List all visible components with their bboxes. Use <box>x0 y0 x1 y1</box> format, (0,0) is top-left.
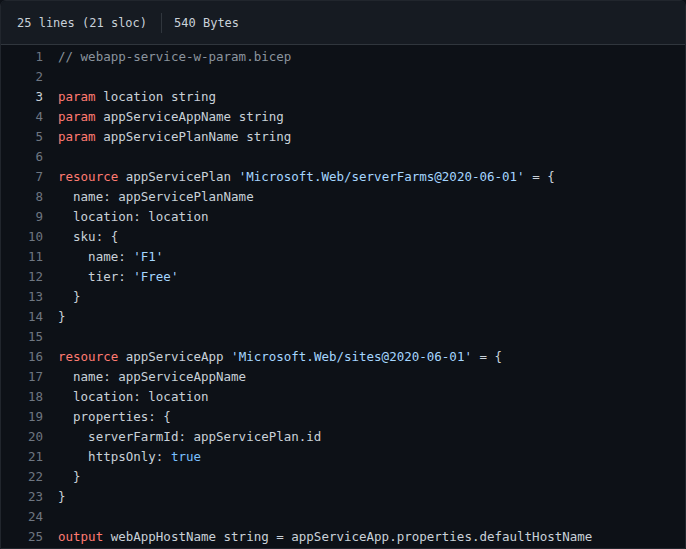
code-body: 1// webapp-service-w-param.bicep23param … <box>1 47 685 547</box>
code-line: 25output webAppHostName string = appServ… <box>1 527 685 547</box>
code-token-plain: appServiceApp <box>118 349 231 364</box>
line-number[interactable]: 13 <box>1 287 43 307</box>
line-number[interactable]: 20 <box>1 427 43 447</box>
code-viewer: 1// webapp-service-w-param.bicep23param … <box>1 45 685 548</box>
line-number[interactable]: 14 <box>1 307 43 327</box>
code-line: 10 sku: { <box>1 227 685 247</box>
code-token-plain: = { <box>525 169 555 184</box>
line-number[interactable]: 8 <box>1 187 43 207</box>
code-line-content: } <box>43 487 66 507</box>
code-line-content: output webAppHostName string = appServic… <box>43 527 592 547</box>
code-line: 13 } <box>1 287 685 307</box>
line-number[interactable]: 1 <box>1 47 43 67</box>
code-line-content: // webapp-service-w-param.bicep <box>43 47 291 67</box>
code-line-content: location: location <box>43 207 209 227</box>
code-token-plain: location: location <box>58 389 209 404</box>
file-blob-container: 25 lines (21 sloc) 540 Bytes 1// webapp-… <box>0 0 686 549</box>
code-token-string: 'F1' <box>133 249 163 264</box>
line-number[interactable]: 6 <box>1 147 43 167</box>
code-token-plain: properties: { <box>58 409 171 424</box>
code-token-keyword: resource <box>58 169 118 184</box>
line-number[interactable]: 25 <box>1 527 43 547</box>
code-token-plain: } <box>58 489 66 504</box>
code-line: 22 } <box>1 467 685 487</box>
code-line-content <box>43 147 58 167</box>
code-line-content: location: location <box>43 387 209 407</box>
code-line: 3param location string <box>1 87 685 107</box>
code-line-content: resource appServiceApp 'Microsoft.Web/si… <box>43 347 502 367</box>
code-line: 14} <box>1 307 685 327</box>
code-token-plain: sku: { <box>58 229 118 244</box>
line-number[interactable]: 9 <box>1 207 43 227</box>
code-token-string: 'Microsoft.Web/sites@2020-06-01' <box>231 349 472 364</box>
code-token-plain: serverFarmId: appServicePlan.id <box>58 429 321 444</box>
code-line-content: sku: { <box>43 227 118 247</box>
line-number[interactable]: 18 <box>1 387 43 407</box>
line-number[interactable]: 5 <box>1 127 43 147</box>
code-token-keyword: resource <box>58 349 118 364</box>
code-line: 17 name: appServiceAppName <box>1 367 685 387</box>
code-token-keyword: param <box>58 89 96 104</box>
code-line-content <box>43 67 58 87</box>
line-number[interactable]: 12 <box>1 267 43 287</box>
line-number[interactable]: 15 <box>1 327 43 347</box>
line-number[interactable]: 21 <box>1 447 43 467</box>
code-token-boolean: true <box>171 449 201 464</box>
code-token-plain: appServiceAppName string <box>96 109 284 124</box>
code-token-string: 'Microsoft.Web/serverFarms@2020-06-01' <box>239 169 525 184</box>
file-size: 540 Bytes <box>174 16 239 30</box>
code-line-content <box>43 327 58 347</box>
code-line-content: resource appServicePlan 'Microsoft.Web/s… <box>43 167 555 187</box>
line-number[interactable]: 11 <box>1 247 43 267</box>
header-divider <box>161 13 162 33</box>
code-token-plain: appServicePlan <box>118 169 238 184</box>
code-token-plain: appServicePlanName string <box>96 129 292 144</box>
code-line-content <box>43 507 58 527</box>
code-token-plain: } <box>58 309 66 324</box>
code-line: 7resource appServicePlan 'Microsoft.Web/… <box>1 167 685 187</box>
line-number[interactable]: 24 <box>1 507 43 527</box>
code-token-plain: tier: <box>58 269 133 284</box>
lines-sloc-info: 25 lines (21 sloc) <box>17 16 147 30</box>
code-line-content: name: appServicePlanName <box>43 187 254 207</box>
code-line-content: } <box>43 307 66 327</box>
line-number[interactable]: 10 <box>1 227 43 247</box>
code-line: 24 <box>1 507 685 527</box>
code-line: 12 tier: 'Free' <box>1 267 685 287</box>
code-line-content: serverFarmId: appServicePlan.id <box>43 427 321 447</box>
code-token-plain: webAppHostName string = appServiceApp.pr… <box>103 529 592 544</box>
line-number[interactable]: 7 <box>1 167 43 187</box>
code-token-keyword: output <box>58 529 103 544</box>
code-line: 11 name: 'F1' <box>1 247 685 267</box>
line-number[interactable]: 22 <box>1 467 43 487</box>
line-number[interactable]: 16 <box>1 347 43 367</box>
line-number[interactable]: 17 <box>1 367 43 387</box>
code-line-content: param location string <box>43 87 216 107</box>
code-token-keyword: param <box>58 129 96 144</box>
code-line-content: param appServicePlanName string <box>43 127 291 147</box>
code-line: 16resource appServiceApp 'Microsoft.Web/… <box>1 347 685 367</box>
code-line: 20 serverFarmId: appServicePlan.id <box>1 427 685 447</box>
code-line: 9 location: location <box>1 207 685 227</box>
code-token-plain: = { <box>472 349 502 364</box>
code-line: 2 <box>1 67 685 87</box>
code-token-plain: httpsOnly: <box>58 449 171 464</box>
code-line: 6 <box>1 147 685 167</box>
code-token-plain: } <box>58 469 81 484</box>
line-number[interactable]: 2 <box>1 67 43 87</box>
line-number[interactable]: 3 <box>1 87 43 107</box>
code-token-plain: location string <box>96 89 216 104</box>
code-line-content: } <box>43 287 81 307</box>
code-line: 8 name: appServicePlanName <box>1 187 685 207</box>
code-token-plain: location: location <box>58 209 209 224</box>
line-number[interactable]: 23 <box>1 487 43 507</box>
file-info-header: 25 lines (21 sloc) 540 Bytes <box>1 1 685 45</box>
line-number[interactable]: 4 <box>1 107 43 127</box>
code-line-content: name: 'F1' <box>43 247 163 267</box>
code-line-content: param appServiceAppName string <box>43 107 284 127</box>
code-line: 1// webapp-service-w-param.bicep <box>1 47 685 67</box>
line-number[interactable]: 19 <box>1 407 43 427</box>
code-line-content: httpsOnly: true <box>43 447 201 467</box>
code-token-plain: name: appServiceAppName <box>58 369 246 384</box>
code-token-keyword: param <box>58 109 96 124</box>
